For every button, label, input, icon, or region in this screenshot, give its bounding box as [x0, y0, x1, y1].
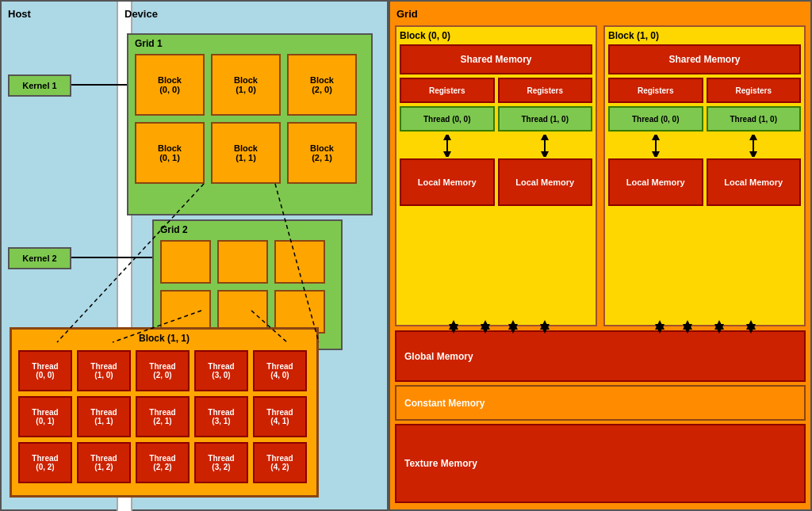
thread-0-0-box-1: Thread (0, 0)	[608, 106, 703, 132]
thread-1-1: Thread(1, 1)	[77, 396, 131, 437]
thread-1-0: Thread(1, 0)	[77, 350, 131, 391]
left-panel: Host Device Kernel 1 Kernel 2 Grid 1 Blo…	[0, 0, 389, 511]
thread-3-1: Thread(3, 1)	[194, 396, 248, 437]
constant-memory: Constant Memory	[395, 385, 806, 421]
thread-4-0: Thread(4, 0)	[253, 350, 307, 391]
bidirectional-arrow	[640, 135, 672, 157]
grid2-block	[274, 240, 325, 284]
kernel2-arrow	[71, 254, 159, 261]
thread-1-0-box-1: Thread (1, 0)	[707, 106, 802, 132]
device-label: Device	[124, 8, 158, 20]
kernel2-box: Kernel 2	[8, 247, 71, 269]
blocks-row: Block (0, 0) Shared Memory Registers Reg…	[395, 25, 806, 326]
local-memory-0-0: Local Memory	[400, 158, 495, 206]
threads-row-1: Thread (0, 0) Thread (1, 0)	[608, 106, 801, 132]
arrows-to-local-0	[400, 135, 592, 157]
block-2-1: Block(2, 1)	[287, 122, 357, 184]
texture-memory: Texture Memory	[395, 424, 806, 503]
threads-row-0: Thread (0, 0) Thread (1, 0)	[400, 106, 592, 132]
thread-3-0: Thread(3, 0)	[194, 350, 248, 391]
block-0-0-section: Block (0, 0) Shared Memory Registers Reg…	[395, 25, 597, 326]
thread-0-1: Thread(0, 1)	[18, 396, 72, 437]
thread-4-1: Thread(4, 1)	[253, 396, 307, 437]
global-memory: Global Memory	[395, 330, 806, 382]
block-1-1: Block(1, 1)	[211, 122, 281, 184]
registers-0-0: Registers	[400, 78, 495, 103]
thread-2-0: Thread(2, 0)	[136, 350, 190, 391]
kernel1-box: Kernel 1	[8, 74, 71, 97]
block-expanded-label: Block (1, 1)	[12, 330, 316, 347]
thread-0-0-box: Thread (0, 0)	[400, 106, 495, 132]
registers-row-1: Registers Registers	[608, 78, 801, 103]
local-memory-1-1: Local Memory	[707, 158, 802, 206]
shared-memory-0: Shared Memory	[400, 44, 592, 74]
grid1: Grid 1 Block(0, 0) Block(1, 0) Block(2, …	[127, 33, 373, 215]
local-memory-1-0: Local Memory	[608, 158, 703, 206]
shared-memory-1: Shared Memory	[608, 44, 801, 74]
registers-1-1: Registers	[707, 78, 802, 103]
grid-label: Grid	[396, 8, 418, 20]
grid2-block	[160, 240, 211, 284]
grid1-label: Grid 1	[135, 38, 163, 49]
block-0-1: Block(0, 1)	[135, 122, 205, 184]
local-mem-row-0: Local Memory Local Memory	[400, 158, 592, 206]
block-0-0-label: Block (0, 0)	[400, 30, 592, 41]
host-label: Host	[8, 8, 31, 20]
block-1-0: Block(1, 0)	[211, 54, 281, 116]
registers-1-0: Registers	[608, 78, 703, 103]
grid1-blocks: Block(0, 0) Block(1, 0) Block(2, 0) Bloc…	[128, 35, 371, 190]
grid2-block	[217, 240, 268, 284]
thread-0-0: Thread(0, 0)	[18, 350, 72, 391]
bidirectional-arrow	[529, 135, 561, 157]
thread-1-2: Thread(1, 2)	[77, 442, 131, 483]
bidirectional-arrow	[431, 135, 463, 157]
arrows-to-local-1	[608, 135, 801, 157]
kernel1-arrow	[71, 81, 133, 89]
bidirectional-arrow	[737, 135, 769, 157]
registers-0-1: Registers	[498, 78, 593, 103]
local-mem-row-1: Local Memory Local Memory	[608, 158, 801, 206]
grid2-blocks	[154, 221, 341, 340]
thread-0-2: Thread(0, 2)	[18, 442, 72, 483]
thread-1-0-box: Thread (1, 0)	[498, 106, 593, 132]
right-panel: Grid Block (0, 0) Shared Memory Register…	[389, 0, 812, 511]
local-memory-0-1: Local Memory	[498, 158, 593, 206]
block-expanded: Block (1, 1) Thread(0, 0) Thread(1, 0) T…	[10, 327, 319, 498]
arrow-cell	[707, 135, 802, 157]
thread-3-2: Thread(3, 2)	[194, 442, 248, 483]
block-2-0: Block(2, 0)	[287, 54, 357, 116]
arrow-cell	[498, 135, 593, 157]
grid2-label: Grid 2	[160, 224, 188, 235]
thread-2-2: Thread(2, 2)	[136, 442, 190, 483]
thread-grid: Thread(0, 0) Thread(1, 0) Thread(2, 0) T…	[12, 347, 316, 490]
thread-2-1: Thread(2, 1)	[136, 396, 190, 437]
arrow-cell	[608, 135, 703, 157]
block-0-0: Block(0, 0)	[135, 54, 205, 116]
block-1-0-section: Block (1, 0) Shared Memory Registers Reg…	[603, 25, 806, 326]
registers-row-0: Registers Registers	[400, 78, 592, 103]
arrow-cell	[400, 135, 495, 157]
block-1-0-label: Block (1, 0)	[608, 30, 801, 41]
thread-4-2: Thread(4, 2)	[253, 442, 307, 483]
